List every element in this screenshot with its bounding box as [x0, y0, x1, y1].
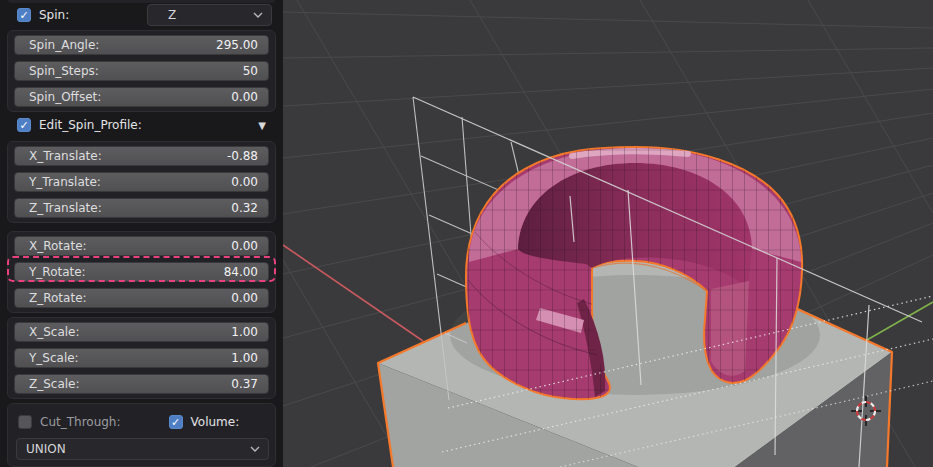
spin-label: Spin: — [39, 8, 69, 22]
slider-value: 0.32 — [231, 201, 258, 215]
properties-panel: Spin: Z Spin_Angle: 295.00 Spin_Steps: 5… — [0, 0, 283, 467]
edit-spin-profile-checkbox[interactable] — [17, 118, 31, 132]
spin-checkbox[interactable] — [17, 8, 31, 22]
slider-value: 1.00 — [231, 325, 258, 339]
blender-window: Spin: Z Spin_Angle: 295.00 Spin_Steps: 5… — [0, 0, 933, 467]
slider-label: Y_Scale: — [29, 351, 79, 365]
chevron-down-icon — [250, 446, 260, 452]
z-scale-slider[interactable]: Z_Scale: 0.37 — [14, 374, 269, 394]
slider-label: Z_Translate: — [29, 201, 102, 215]
chevron-down-icon — [253, 12, 263, 18]
spin-steps-slider[interactable]: Spin_Steps: 50 — [14, 61, 269, 81]
slider-label: Y_Translate: — [29, 175, 101, 189]
y-translate-slider[interactable]: Y_Translate: 0.00 — [14, 172, 269, 192]
x-rotate-slider[interactable]: X_Rotate: 0.00 — [14, 236, 269, 256]
slider-label: X_Translate: — [29, 149, 102, 163]
slider-value: 0.00 — [231, 239, 258, 253]
boolean-mode-dropdown[interactable]: UNION — [16, 438, 269, 460]
slider-label: Spin_Steps: — [29, 64, 99, 78]
edit-spin-profile-label: Edit_Spin_Profile: — [39, 118, 142, 132]
panel-top-box-edge — [8, 0, 275, 3]
spin-params-group: Spin_Angle: 295.00 Spin_Steps: 50 Spin_O… — [7, 30, 276, 112]
slider-value: 0.00 — [231, 90, 258, 104]
y-rotate-highlight-wrap: Y_Rotate: 84.00 — [14, 262, 269, 282]
slider-value: 0.00 — [231, 291, 258, 305]
volume-label: Volume: — [191, 415, 240, 429]
slider-value: 0.37 — [231, 377, 258, 391]
z-translate-slider[interactable]: Z_Translate: 0.32 — [14, 198, 269, 218]
cut-through-checkbox[interactable] — [18, 415, 32, 429]
slider-value: 0.00 — [231, 175, 258, 189]
volume-checkbox[interactable] — [169, 415, 183, 429]
slider-value: 295.00 — [216, 38, 258, 52]
y-rotate-slider[interactable]: Y_Rotate: 84.00 — [14, 262, 269, 282]
cut-volume-row: Cut_Through: Volume: — [18, 412, 268, 432]
spin-row: Spin: Z — [0, 4, 283, 26]
slider-label: Z_Rotate: — [29, 291, 87, 305]
scale-group: X_Scale: 1.00 Y_Scale: 1.00 Z_Scale: 0.3… — [7, 317, 276, 399]
boolean-group: Cut_Through: Volume: UNION — [7, 403, 276, 467]
rotate-group: X_Rotate: 0.00 Y_Rotate: 84.00 Z_Rotate:… — [7, 231, 276, 313]
slider-label: Y_Rotate: — [29, 265, 86, 279]
x-scale-slider[interactable]: X_Scale: 1.00 — [14, 322, 269, 342]
edit-spin-profile-row: Edit_Spin_Profile: — [0, 114, 283, 136]
spin-offset-slider[interactable]: Spin_Offset: 0.00 — [14, 87, 269, 107]
slider-value: -0.88 — [227, 149, 258, 163]
slider-label: X_Scale: — [29, 325, 80, 339]
slider-label: Spin_Angle: — [29, 38, 99, 52]
slider-value: 84.00 — [224, 265, 258, 279]
slider-label: X_Rotate: — [29, 239, 87, 253]
z-rotate-slider[interactable]: Z_Rotate: 0.00 — [14, 288, 269, 308]
viewport-canvas[interactable] — [283, 0, 933, 467]
slider-label: Spin_Offset: — [29, 90, 101, 104]
collapse-triangle-icon[interactable] — [258, 120, 266, 131]
slider-value: 1.00 — [231, 351, 258, 365]
cut-through-label: Cut_Through: — [40, 415, 121, 429]
slider-value: 50 — [243, 64, 258, 78]
viewport-3d[interactable] — [283, 0, 933, 467]
spin-axis-value: Z — [148, 8, 253, 22]
boolean-mode-value: UNION — [17, 442, 250, 456]
x-translate-slider[interactable]: X_Translate: -0.88 — [14, 146, 269, 166]
y-scale-slider[interactable]: Y_Scale: 1.00 — [14, 348, 269, 368]
spin-angle-slider[interactable]: Spin_Angle: 295.00 — [14, 35, 269, 55]
spin-axis-dropdown[interactable]: Z — [147, 4, 272, 26]
translate-group: X_Translate: -0.88 Y_Translate: 0.00 Z_T… — [7, 141, 276, 223]
slider-label: Z_Scale: — [29, 377, 80, 391]
